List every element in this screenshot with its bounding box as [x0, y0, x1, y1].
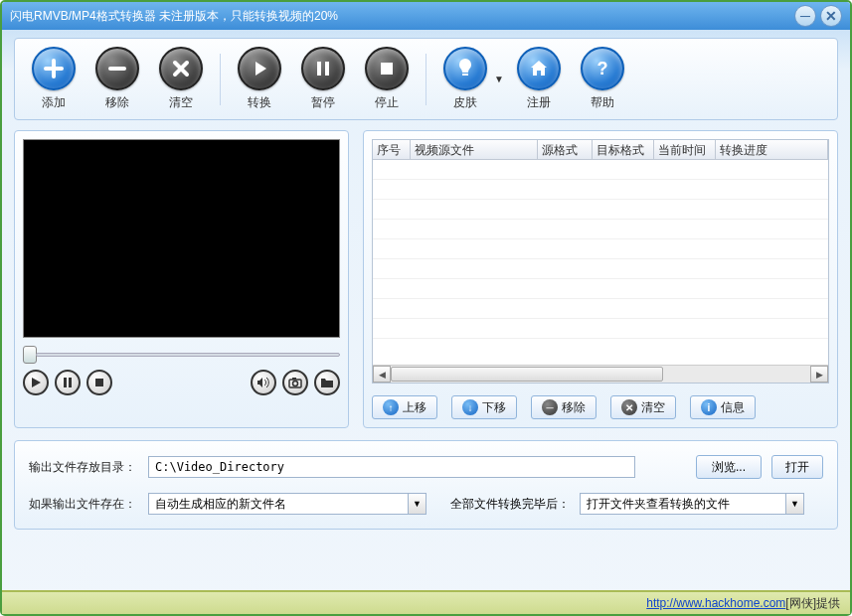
pause-icon — [62, 377, 74, 388]
seek-track[interactable] — [36, 353, 340, 357]
skin-icon — [453, 57, 477, 80]
close-button[interactable]: ✕ — [820, 5, 842, 27]
if-exists-label: 如果输出文件存在： — [29, 496, 138, 513]
skin-button[interactable]: 皮肤 — [434, 47, 496, 111]
camera-icon — [288, 377, 302, 388]
speaker-icon — [256, 377, 270, 388]
svg-rect-1 — [325, 62, 329, 76]
player-volume-button[interactable] — [251, 370, 276, 395]
player-pause-button[interactable] — [55, 370, 81, 395]
window-title: 闪电RMVB/MP4格式转换器 未注册版本，只能转换视频的20% — [10, 8, 790, 25]
stop-icon — [376, 58, 398, 79]
svg-rect-0 — [317, 62, 321, 76]
clear-button[interactable]: 清空 — [150, 47, 212, 111]
file-list-panel: 序号 视频源文件 源格式 目标格式 当前时间 转换进度 ◀ ▶ — [363, 130, 838, 428]
output-panel: 输出文件存放目录： 浏览... 打开 如果输出文件存在： 自动生成相应的新文件名… — [14, 440, 838, 530]
svg-rect-2 — [381, 63, 393, 75]
convert-button[interactable]: 转换 — [229, 47, 290, 111]
scroll-right-button[interactable]: ▶ — [810, 366, 828, 383]
chevron-down-icon: ▼ — [408, 494, 426, 514]
seek-bar[interactable] — [23, 346, 340, 364]
scroll-track[interactable] — [391, 366, 810, 383]
toolbar-separator — [426, 54, 426, 105]
col-seq[interactable]: 序号 — [373, 140, 411, 159]
x-icon — [170, 58, 192, 79]
help-button[interactable]: ? 帮助 — [572, 47, 633, 111]
col-dstfmt[interactable]: 目标格式 — [593, 140, 654, 159]
move-down-button[interactable]: ↓下移 — [451, 395, 517, 419]
toolbar-separator — [220, 54, 221, 105]
play-icon — [30, 377, 42, 388]
list-remove-button[interactable]: ─移除 — [531, 395, 596, 419]
player-play-button[interactable] — [23, 370, 49, 395]
list-buttons: ↑上移 ↓下移 ─移除 ✕清空 i信息 — [372, 395, 829, 419]
after-convert-label: 全部文件转换完毕后： — [450, 496, 570, 513]
scroll-left-button[interactable]: ◀ — [373, 366, 391, 383]
list-info-button[interactable]: i信息 — [690, 395, 756, 419]
scroll-thumb[interactable] — [391, 367, 663, 382]
player-controls — [23, 370, 340, 395]
col-curtime[interactable]: 当前时间 — [654, 140, 716, 159]
player-open-button[interactable] — [314, 370, 340, 395]
svg-rect-10 — [292, 378, 296, 380]
minus-icon — [106, 58, 128, 79]
output-options-row: 如果输出文件存在： 自动生成相应的新文件名 ▼ 全部文件转换完毕后： 打开文件夹… — [29, 493, 823, 515]
info-icon: i — [701, 399, 717, 415]
arrow-up-icon: ↑ — [383, 399, 399, 415]
col-progress[interactable]: 转换进度 — [716, 140, 828, 159]
stop-button[interactable]: 停止 — [356, 47, 418, 111]
player-snapshot-button[interactable] — [282, 370, 308, 395]
browse-button[interactable]: 浏览... — [696, 455, 762, 479]
svg-text:?: ? — [597, 59, 608, 78]
svg-rect-6 — [69, 378, 72, 387]
col-srcfmt[interactable]: 源格式 — [538, 140, 593, 159]
question-icon: ? — [592, 58, 613, 79]
arrow-down-icon: ↓ — [462, 399, 478, 415]
pause-button[interactable]: 暂停 — [292, 47, 354, 111]
content-area: 添加 移除 清空 转换 暂停 停止 — [2, 30, 850, 614]
svg-rect-3 — [462, 74, 468, 76]
main-toolbar: 添加 移除 清空 转换 暂停 停止 — [14, 38, 838, 120]
open-button[interactable]: 打开 — [771, 455, 823, 479]
titlebar: 闪电RMVB/MP4格式转换器 未注册版本，只能转换视频的20% ─ ✕ — [2, 2, 850, 30]
x-icon: ✕ — [621, 399, 637, 415]
skin-dropdown[interactable]: ▼ — [494, 58, 504, 101]
output-dir-input[interactable] — [148, 456, 635, 478]
play-icon — [249, 58, 270, 79]
pause-icon — [312, 58, 334, 79]
middle-row: 序号 视频源文件 源格式 目标格式 当前时间 转换进度 ◀ ▶ — [14, 130, 838, 428]
add-button[interactable]: 添加 — [23, 47, 85, 111]
player-stop-button[interactable] — [86, 370, 112, 395]
plus-icon — [43, 58, 65, 79]
output-dir-row: 输出文件存放目录： 浏览... 打开 — [29, 455, 823, 479]
folder-icon — [320, 377, 334, 388]
seek-thumb[interactable] — [23, 346, 37, 364]
minimize-button[interactable]: ─ — [794, 5, 816, 27]
preview-panel — [14, 130, 349, 428]
grid-header: 序号 视频源文件 源格式 目标格式 当前时间 转换进度 — [373, 140, 828, 160]
stop-icon — [93, 377, 105, 388]
status-url[interactable]: http://www.hackhome.com — [646, 596, 785, 610]
output-dir-label: 输出文件存放目录： — [29, 459, 138, 476]
status-suffix: [网侠]提供 — [785, 595, 840, 612]
after-convert-combo[interactable]: 打开文件夹查看转换的文件 ▼ — [580, 493, 804, 515]
svg-point-9 — [293, 382, 298, 386]
chevron-down-icon: ▼ — [785, 494, 803, 514]
grid-body[interactable] — [373, 160, 828, 365]
col-source[interactable]: 视频源文件 — [411, 140, 538, 159]
status-bar: http://www.hackhome.com [网侠]提供 — [2, 590, 850, 614]
file-grid: 序号 视频源文件 源格式 目标格式 当前时间 转换进度 ◀ ▶ — [372, 139, 829, 384]
svg-rect-5 — [64, 378, 67, 387]
video-preview — [23, 139, 340, 338]
if-exists-combo[interactable]: 自动生成相应的新文件名 ▼ — [148, 493, 426, 515]
window-frame: 闪电RMVB/MP4格式转换器 未注册版本，只能转换视频的20% ─ ✕ 添加 … — [0, 0, 852, 616]
remove-button[interactable]: 移除 — [86, 47, 148, 111]
register-button[interactable]: 注册 — [508, 47, 570, 111]
move-up-button[interactable]: ↑上移 — [372, 395, 437, 419]
minus-icon: ─ — [542, 399, 558, 415]
svg-rect-7 — [95, 379, 103, 386]
list-clear-button[interactable]: ✕清空 — [610, 395, 676, 419]
grid-hscrollbar[interactable]: ◀ ▶ — [373, 365, 828, 383]
home-icon — [528, 58, 550, 79]
